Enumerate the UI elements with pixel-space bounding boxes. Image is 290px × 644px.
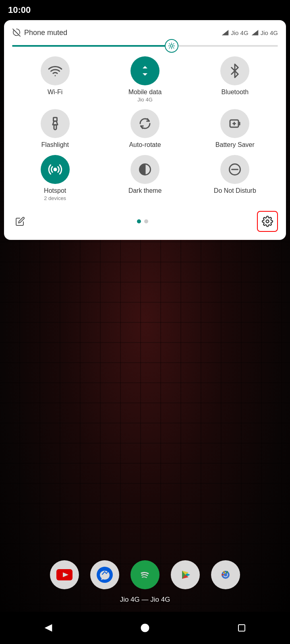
signal-icon-1 [221, 29, 229, 37]
messenger-app-icon[interactable] [90, 560, 119, 589]
svg-point-21 [266, 220, 269, 223]
auto-rotate-label: Auto-rotate [129, 141, 161, 149]
gear-icon [262, 216, 273, 227]
auto-rotate-circle [130, 109, 160, 138]
mobile-data-sublabel: Jio 4G [137, 97, 153, 103]
auto-rotate-icon [138, 116, 152, 131]
settings-button[interactable] [257, 211, 278, 232]
bottom-dock-area: Jio 4G — Jio 4G [0, 560, 290, 604]
carrier-label: Jio 4G — Jio 4G [120, 596, 170, 604]
recent-icon [237, 623, 246, 633]
mute-icon [12, 28, 21, 37]
quick-settings-panel: Phone muted Jio 4G Jio 4G [4, 20, 286, 240]
edit-button[interactable] [12, 213, 28, 229]
home-button[interactable] [135, 618, 155, 638]
brightness-track[interactable] [12, 45, 278, 47]
svg-marker-0 [222, 30, 229, 35]
back-icon [43, 622, 54, 634]
chrome-app-icon[interactable] [211, 560, 240, 589]
svg-marker-1 [251, 30, 258, 35]
flashlight-icon [48, 116, 62, 131]
spotify-app-icon[interactable] [130, 560, 160, 589]
brightness-slider-container[interactable] [12, 45, 278, 47]
toggle-auto-rotate[interactable]: Auto-rotate [102, 109, 188, 149]
phone-muted-text: Phone muted [24, 29, 67, 37]
youtube-app-icon[interactable] [50, 560, 79, 589]
dark-theme-icon [138, 162, 152, 177]
do-not-disturb-label: Do Not Disturb [214, 187, 256, 194]
notif-left: Phone muted [12, 28, 67, 37]
battery-saver-label: Battery Saver [215, 141, 255, 149]
toggle-wifi[interactable]: Wi-Fi [12, 56, 98, 103]
bluetooth-icon [228, 64, 242, 78]
home-icon [139, 622, 151, 634]
toggle-flashlight[interactable]: Flashlight [12, 109, 98, 149]
toggle-mobile-data[interactable]: Mobile data Jio 4G [102, 56, 188, 103]
bluetooth-circle [220, 56, 249, 85]
battery-saver-icon [228, 116, 242, 131]
signal-group-2: Jio 4G [251, 29, 278, 37]
page-dot-2 [144, 219, 148, 223]
brightness-fill [12, 45, 172, 47]
svg-point-2 [170, 45, 173, 47]
hotspot-circle [41, 155, 70, 184]
svg-point-36 [141, 624, 149, 632]
status-bar: 10:00 [0, 0, 290, 20]
pencil-icon [15, 217, 25, 226]
navigation-bar [0, 612, 290, 644]
svg-rect-37 [238, 625, 245, 631]
dark-theme-label: Dark theme [128, 187, 162, 194]
toggle-battery-saver[interactable]: Battery Saver [192, 109, 278, 149]
panel-bottom-bar [12, 211, 278, 232]
svg-line-8 [173, 47, 174, 48]
mobile-data-icon [138, 64, 152, 78]
do-not-disturb-circle [220, 155, 249, 184]
hotspot-sublabel: 2 devices [44, 195, 66, 201]
wifi-icon [48, 64, 62, 78]
recent-button[interactable] [232, 618, 252, 638]
brightness-icon [168, 42, 175, 50]
svg-point-34 [224, 573, 227, 576]
signal-icon-2 [251, 29, 259, 37]
signal-group-1: Jio 4G [221, 29, 248, 37]
toggle-hotspot[interactable]: Hotspot 2 devices [12, 155, 98, 201]
svg-line-10 [169, 47, 170, 48]
svg-line-9 [173, 43, 174, 44]
page-indicators [137, 219, 148, 223]
svg-line-7 [169, 43, 170, 44]
play-app-icon[interactable] [171, 560, 200, 589]
wifi-label: Wi-Fi [48, 89, 62, 96]
svg-marker-35 [45, 624, 52, 632]
battery-saver-circle [220, 109, 249, 138]
notif-right: Jio 4G Jio 4G [221, 29, 278, 37]
carrier1-label: Jio 4G [231, 29, 248, 36]
dark-theme-circle [130, 155, 160, 184]
page-dot-1 [137, 219, 141, 223]
toggle-bluetooth[interactable]: Bluetooth [192, 56, 278, 103]
carrier2-label: Jio 4G [261, 29, 278, 36]
notification-bar: Phone muted Jio 4G Jio 4G [12, 28, 278, 37]
svg-rect-13 [54, 125, 56, 130]
flashlight-label: Flashlight [41, 141, 68, 149]
svg-point-11 [54, 75, 56, 76]
brightness-thumb[interactable] [165, 39, 178, 53]
do-not-disturb-icon [228, 162, 242, 177]
mobile-data-circle [130, 56, 160, 85]
toggle-grid: Wi-Fi Mobile data Jio 4G Bluetooth [12, 56, 278, 201]
hotspot-label: Hotspot [44, 187, 66, 194]
bluetooth-label: Bluetooth [222, 89, 249, 96]
mobile-data-label: Mobile data [128, 89, 162, 96]
wifi-circle [41, 56, 70, 85]
hotspot-icon [48, 162, 62, 177]
toggle-dark-theme[interactable]: Dark theme [102, 155, 188, 201]
toggle-do-not-disturb[interactable]: Do Not Disturb [192, 155, 278, 201]
app-dock [50, 560, 240, 589]
back-button[interactable] [38, 618, 58, 638]
svg-point-17 [53, 168, 57, 171]
status-time: 10:00 [8, 5, 31, 15]
flashlight-circle [41, 109, 70, 138]
